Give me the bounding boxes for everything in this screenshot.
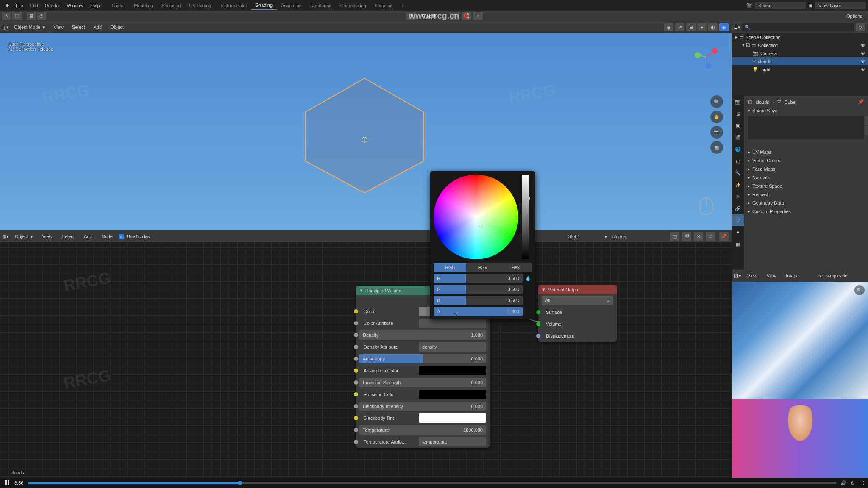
panel-vertex-colors[interactable]: Vertex Colors <box>746 156 866 165</box>
node-menu-view[interactable]: View <box>39 232 56 241</box>
scene-selector[interactable]: Scene <box>755 2 806 9</box>
node-menu-select[interactable]: Select <box>58 232 78 241</box>
pin-icon[interactable]: 📌 <box>719 232 729 241</box>
camera-view-icon[interactable]: 📷 <box>710 126 723 139</box>
tab-layout[interactable]: Layout <box>108 1 130 10</box>
settings-icon[interactable]: ⚙ <box>851 480 855 486</box>
panel-uv-maps[interactable]: UV Maps <box>746 148 866 156</box>
shading-wireframe-icon[interactable]: ⊞ <box>686 23 696 31</box>
outliner-light[interactable]: 💡Light👁 <box>732 65 868 73</box>
node-collapse-icon[interactable]: ▾ <box>360 288 363 293</box>
editor-type-icon[interactable]: ◍▾ <box>2 234 9 239</box>
viewport-menu-add[interactable]: Add <box>90 23 106 31</box>
proportional-icon[interactable]: ○ <box>473 12 483 20</box>
tab-rendering[interactable]: Rendering <box>306 1 336 10</box>
tab-modeling[interactable]: Modeling <box>130 1 158 10</box>
snap-target-icon[interactable]: ◎ <box>37 12 46 20</box>
node-collapse-icon[interactable]: ▾ <box>542 287 545 292</box>
obj-name[interactable]: clouds <box>756 100 769 105</box>
menu-file[interactable]: File <box>12 1 27 10</box>
visibility-icon[interactable]: 👁 <box>861 51 865 56</box>
shading-solid-icon[interactable]: ● <box>697 23 707 31</box>
material-new-icon[interactable]: ◫ <box>670 232 679 241</box>
shading-matprev-icon[interactable]: ◐ <box>708 23 718 31</box>
perspective-toggle-icon[interactable]: ▦ <box>710 141 723 154</box>
filter-icon[interactable]: ▽ <box>856 23 865 31</box>
progress-handle[interactable] <box>238 481 242 485</box>
panel-normals[interactable]: Normals <box>746 173 866 182</box>
pause-button[interactable] <box>4 480 10 486</box>
tab-add[interactable]: + <box>397 1 408 10</box>
tab-uv[interactable]: UV Editing <box>185 1 215 10</box>
blackbody-tint-swatch[interactable] <box>419 413 486 423</box>
tab-scene-icon[interactable]: 🎬 <box>732 131 744 143</box>
node-editor[interactable]: ◍▾ Object ▾ View Select Add Node ✓ Use N… <box>0 230 732 478</box>
temp-attr-field[interactable]: temperature <box>419 437 486 446</box>
tab-texture-icon[interactable]: ▦ <box>732 238 744 250</box>
img-menu-image[interactable]: Image <box>782 272 802 280</box>
cursor-tool-icon[interactable]: ↖ <box>2 12 11 20</box>
select-tool-icon[interactable]: ⬚ <box>12 12 22 20</box>
tab-texture-paint[interactable]: Texture Paint <box>215 1 251 10</box>
viewport-menu-view[interactable]: View <box>50 23 67 31</box>
color-attr-field[interactable] <box>419 319 486 328</box>
value-slider[interactable] <box>522 175 529 259</box>
g-slider[interactable]: G0.500 <box>434 285 523 294</box>
overlay-icon[interactable]: ◉ <box>664 23 673 31</box>
use-nodes-checkbox[interactable]: ✓ <box>119 234 124 239</box>
tab-output-icon[interactable]: 🖨 <box>732 108 744 119</box>
b-slider[interactable]: B0.500 <box>434 296 523 305</box>
tab-shading[interactable]: Shading <box>251 1 277 10</box>
gizmo-icon[interactable]: ↗ <box>675 23 684 31</box>
mode-selector[interactable]: Object Mode ▾ <box>11 23 48 31</box>
node-menu-add[interactable]: Add <box>81 232 96 241</box>
pan-icon[interactable]: ✋ <box>710 111 723 123</box>
img-menu-view[interactable]: View <box>763 272 780 280</box>
tab-rgb[interactable]: RGB <box>434 263 466 272</box>
outliner-camera[interactable]: 📷Camera👁 <box>732 49 868 57</box>
image-name-field[interactable]: ref_simple-clo <box>815 272 866 280</box>
tab-render-icon[interactable]: 📷 <box>732 96 744 108</box>
panel-remesh[interactable]: Remesh <box>746 190 866 199</box>
absorption-swatch[interactable] <box>419 366 486 375</box>
shape-keys-list[interactable]: + − <box>748 116 864 139</box>
slot-selector[interactable]: Slot 1 <box>565 233 603 240</box>
blackbody-int-slider[interactable]: Blackbody Intensity0.000 <box>359 402 486 411</box>
menu-render[interactable]: Render <box>42 1 64 10</box>
tab-sculpting[interactable]: Sculpting <box>157 1 185 10</box>
visibility-icon[interactable]: 👁 <box>861 59 865 64</box>
tab-compositing[interactable]: Compositing <box>336 1 370 10</box>
img-zoom-icon[interactable]: 🔍 <box>854 285 865 295</box>
material-copy-icon[interactable]: 🗐 <box>682 232 691 241</box>
panel-shape-keys[interactable]: Shape Keys <box>746 106 866 115</box>
zoom-icon[interactable]: 🔍 <box>710 95 723 108</box>
tab-constraint-icon[interactable]: 🔗 <box>732 202 744 214</box>
snap-grid-icon[interactable]: ▦ <box>27 12 36 20</box>
tab-data-icon[interactable]: ▽ <box>732 214 744 226</box>
outliner-search[interactable]: 🔍 <box>742 23 854 31</box>
options-dropdown[interactable]: Options <box>843 12 866 20</box>
pin-icon[interactable]: 📌 <box>858 99 864 105</box>
snap-icon[interactable]: 🧲 <box>462 12 471 20</box>
mesh-name[interactable]: Cube <box>784 100 795 105</box>
panel-geometry-data[interactable]: Geometry Data <box>746 199 866 207</box>
visibility-icon[interactable]: 👁 <box>861 43 865 48</box>
remove-shape-key-icon[interactable]: − <box>865 126 868 135</box>
image-mode-selector[interactable]: View <box>744 272 761 280</box>
panel-custom-properties[interactable]: Custom Properties <box>746 207 866 216</box>
editor-type-icon[interactable]: ◫▾ <box>2 25 9 30</box>
menu-help[interactable]: Help <box>87 1 103 10</box>
outliner-clouds[interactable]: ▽clouds👁 <box>732 57 868 65</box>
tab-viewlayer-icon[interactable]: ▣ <box>732 119 744 131</box>
node-material-output[interactable]: ▾Material Output All⌄ Surface Volume Dis… <box>538 285 617 342</box>
material-unlink-icon[interactable]: ✕ <box>694 232 703 241</box>
blender-icon[interactable]: ◆ <box>2 1 12 10</box>
menu-window[interactable]: Window <box>64 1 87 10</box>
video-progress[interactable] <box>28 482 836 484</box>
add-shape-key-icon[interactable]: + <box>865 116 868 125</box>
editor-type-icon[interactable]: ≣▾ <box>734 25 740 30</box>
a-slider[interactable]: A1.000 <box>434 307 523 316</box>
reference-image[interactable]: 🔍 <box>732 282 868 399</box>
outliner-collection[interactable]: ▾ ☑ ▭Collection👁 <box>732 41 868 49</box>
output-target-dropdown[interactable]: All⌄ <box>542 296 613 305</box>
